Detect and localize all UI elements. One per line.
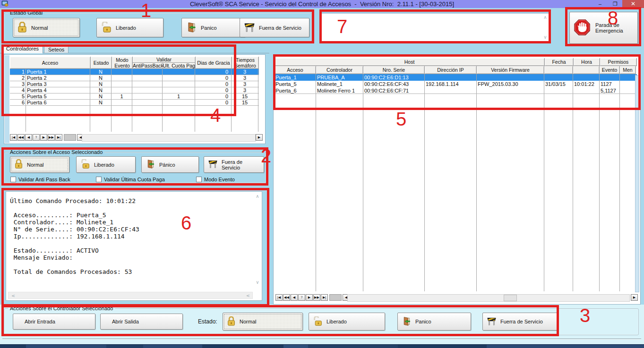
- tab-seteos[interactable]: Seteos: [44, 45, 69, 53]
- console-hscroll-track[interactable]: ∧ ∨: [8, 292, 253, 299]
- controlador-liberado-button[interactable]: Liberado: [309, 313, 385, 331]
- console-text: Último Comando Procesado: 10:01:22 Acces…: [10, 197, 139, 275]
- estado-label: Estado:: [198, 318, 217, 325]
- nav-refresh-button[interactable]: ?: [33, 134, 40, 141]
- nav-last-button[interactable]: ▶|: [55, 134, 62, 141]
- access-row-puerta6[interactable]: 6Puerta 6N015: [10, 100, 259, 106]
- emergency-stop-label: Parada de Emergencia: [595, 22, 623, 34]
- checkbox-icon[interactable]: [96, 177, 102, 182]
- controlador-fuera-servicio-button[interactable]: Fuerra de Servicio: [482, 313, 558, 331]
- access-row-puerta2[interactable]: 2Puerta 2N03: [10, 75, 259, 81]
- estado-global-group: Estado Global Normal Liberado Panico Fue…: [4, 13, 312, 42]
- nav-refresh-button[interactable]: ?: [298, 294, 305, 301]
- hscroll-right-button[interactable]: ▶: [256, 134, 263, 141]
- door-exit-icon: [186, 22, 197, 34]
- title-bar: CleverSoft® SCA Service - Servicio del C…: [0, 0, 644, 8]
- host-row-puerta6[interactable]: Puerta_6Molinete Ferro 100:90:C2:E6:CF:7…: [275, 87, 637, 94]
- emergency-stop-button[interactable]: Parada de Emergencia: [569, 12, 638, 44]
- scroll-left-icon[interactable]: ∧: [10, 293, 16, 299]
- grid-indicator-strip: [5, 55, 9, 143]
- nav-next-button[interactable]: ▶: [306, 294, 313, 301]
- estado-global-label: Estado Global: [8, 10, 44, 16]
- nav-first-button[interactable]: |◀: [275, 294, 283, 301]
- controlador-normal-button[interactable]: Normal: [223, 313, 303, 331]
- abrir-salida-button[interactable]: Abrir Salida: [100, 314, 183, 330]
- host-grid-group-header: Host Fecha Hora Permisos: [275, 58, 637, 66]
- acciones-controlador-group: Acciones Sobre el Controlador Selecciona…: [4, 308, 639, 335]
- tab-controladores[interactable]: Controladores: [2, 44, 43, 53]
- scroll-down-icon[interactable]: ∨: [254, 280, 261, 285]
- nav-next-page-button[interactable]: ▶▶: [48, 134, 55, 141]
- grid-size-box: [329, 294, 342, 301]
- host-row-puerta1[interactable]: Puerta_1PRUEBA_A00:90:C2:E6:D1:13: [275, 74, 637, 81]
- abrir-entrada-button[interactable]: Abrir Entrada: [13, 314, 95, 330]
- lock-open-icon: [101, 22, 112, 34]
- door-exit-icon: [146, 159, 155, 170]
- global-panico-button[interactable]: Panico: [181, 18, 245, 37]
- nav-prior-button[interactable]: ◀: [291, 294, 298, 301]
- lock-closed-icon: [227, 316, 236, 327]
- hscroll-right-button[interactable]: ▶: [631, 294, 638, 301]
- nav-prior-button[interactable]: ◀: [25, 134, 32, 141]
- lock-closed-icon: [14, 159, 23, 170]
- checkbox-validar-ultima-cuota[interactable]: Validar Última Cuota Paga: [96, 177, 165, 182]
- event-listbox[interactable]: ∧ ∨: [321, 13, 550, 42]
- acciones-controlador-label: Acciones Sobre el Controlador Selecciona…: [8, 306, 115, 311]
- lock-open-icon: [80, 159, 90, 170]
- access-row-puerta1[interactable]: 1Puerta 1N03: [10, 69, 259, 75]
- checkbox-validar-antipassback[interactable]: Validar Anti Pass Back: [10, 177, 70, 182]
- access-grid-panel: Acceso Estado ModoEvento Validar AntiPas…: [4, 54, 266, 144]
- access-grid-header: Acceso Estado ModoEvento Validar AntiPas…: [10, 57, 259, 69]
- grid-size-box: [64, 134, 76, 141]
- command-console[interactable]: Último Comando Procesado: 10:01:22 Acces…: [6, 191, 262, 301]
- nav-next-page-button[interactable]: ▶▶: [313, 294, 320, 301]
- host-grid-vscroll[interactable]: [635, 75, 639, 292]
- access-row-puerta5[interactable]: 5Puerta 5N11015: [10, 93, 259, 100]
- host-grid-panel: Host Fecha Hora Permisos Acceso Controla…: [273, 55, 641, 305]
- scroll-right-icon[interactable]: ∨: [246, 293, 251, 299]
- bottom-divider: [2, 339, 641, 340]
- barrier-icon: [487, 317, 497, 327]
- stop-hand-icon: [574, 19, 591, 37]
- window-title: CleverSoft® SCA Service - Servicio del C…: [0, 0, 644, 8]
- nav-last-button[interactable]: ▶|: [321, 294, 328, 301]
- access-row-puerta3[interactable]: 3Puerta 3N03: [10, 81, 259, 87]
- taskbar-strip: [0, 344, 644, 348]
- nav-first-button[interactable]: |◀: [10, 134, 17, 141]
- barrier-icon: [244, 22, 255, 34]
- access-row-puerta4[interactable]: 4Puerta 4N03: [10, 87, 259, 93]
- acceso-normal-button[interactable]: Normal: [10, 156, 69, 173]
- barrier-icon: [208, 160, 218, 170]
- lock-closed-icon: [17, 22, 27, 34]
- hscroll-thumb[interactable]: [504, 295, 517, 301]
- restore-button[interactable]: ❐: [608, 0, 622, 8]
- nav-next-button[interactable]: ▶: [40, 134, 47, 141]
- scroll-up-icon[interactable]: ∧: [254, 194, 261, 199]
- global-fuera-servicio-button[interactable]: Fuerra de Servicio: [240, 18, 309, 37]
- global-normal-button[interactable]: Normal: [13, 18, 80, 37]
- minimize-button[interactable]: –: [593, 0, 607, 8]
- acceso-liberado-button[interactable]: Liberado: [76, 156, 136, 173]
- acciones-acceso-label: Acciones Sobre el Acceso Seleccionado: [8, 149, 104, 155]
- host-grid-navigator: |◀ ◀◀ ◀ ? ▶ ▶▶ ▶| ◀ ▶: [275, 294, 638, 302]
- access-grid-empty-area: [10, 106, 259, 132]
- host-grid-column-header: Acceso Controlador Nro. Serie Dirección …: [275, 66, 637, 74]
- nav-prior-page-button[interactable]: ◀◀: [283, 294, 290, 301]
- controlador-panico-button[interactable]: Panico: [397, 313, 471, 331]
- close-button[interactable]: ✕: [622, 0, 644, 8]
- host-row-puerta5[interactable]: Puerta_5Molinete_100:90:C2:E6:CF:43192.1…: [275, 81, 637, 87]
- acceso-panico-button[interactable]: Pánico: [141, 156, 199, 173]
- hscroll-track[interactable]: [347, 294, 630, 302]
- access-grid-navigator: |◀ ◀◀ ◀ ? ▶ ▶▶ ▶| ◀ ▶: [10, 134, 263, 142]
- lock-open-icon: [313, 316, 323, 327]
- hscroll-track[interactable]: [82, 134, 256, 142]
- checkbox-icon[interactable]: [10, 177, 16, 182]
- checkbox-modo-evento[interactable]: Modo Evento: [196, 177, 235, 182]
- global-liberado-button[interactable]: Liberado: [96, 18, 163, 37]
- scroll-down-icon[interactable]: ∨: [542, 34, 549, 40]
- nav-prior-page-button[interactable]: ◀◀: [17, 134, 25, 141]
- host-grid-empty-area: [275, 94, 637, 291]
- scroll-up-icon[interactable]: ∧: [542, 15, 549, 20]
- acceso-fuera-servicio-button[interactable]: Fuera de Servicio: [204, 156, 264, 173]
- checkbox-icon[interactable]: [196, 177, 202, 182]
